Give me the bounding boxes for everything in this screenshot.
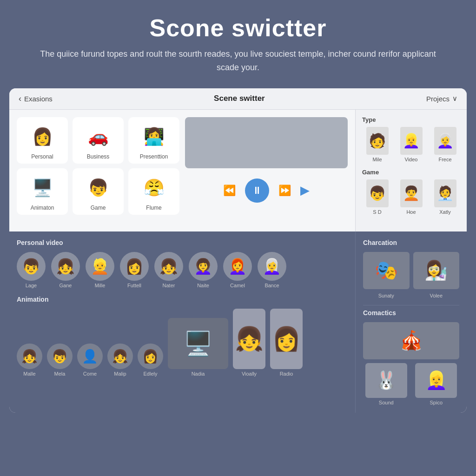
animation-icon: 🖥️ [28,174,56,202]
business-label: Business [87,153,110,160]
animation-title: Animation [17,296,348,303]
bance-icon: 👩‍🦳 [258,252,286,281]
sound-icon: 🐰 [365,363,407,398]
char-bance[interactable]: 👩‍🦳 Bance [258,252,286,288]
anim-nadia[interactable]: 🖥️ Nadia [168,318,228,377]
pause-button[interactable]: ⏸ [245,178,269,203]
char-lage[interactable]: 👦 Lage [17,252,46,288]
sd-icon: 👦 [366,179,389,207]
video-icon: 👱‍♀️ [400,127,423,155]
volee-label: Volee [430,293,443,298]
scene-card-game[interactable]: 👦 Game [73,168,124,215]
anim-mela[interactable]: 👦 Mela [47,344,73,377]
type-item-frece[interactable]: 👩‍🦳 Frece [430,127,460,162]
comactics-section: Comactics 🎪 🐰 Sound 👱‍♀️ Spico [363,309,459,405]
top-bar: ‹ Exasions Scene switter Projecs ∨ [9,88,467,110]
preview-area [185,117,348,168]
comactics-spico[interactable]: 👱‍♀️ Spico [413,363,460,405]
futtell-icon: 👩 [120,252,149,281]
page-title: Scone swictter [28,14,448,42]
game-title: Game [362,169,460,176]
type-item-video[interactable]: 👱‍♀️ Video [396,127,426,162]
back-button[interactable]: ‹ Exasions [19,94,53,104]
charcation-row: 🎭 Sunaty 👩‍🔬 Volee [363,252,459,298]
animation-label: Animaton [31,205,54,211]
rewind-button[interactable]: ⏪ [223,185,236,197]
game-item-sd[interactable]: 👦 S D [362,179,392,215]
spico-icon: 👱‍♀️ [415,363,457,398]
char-mille[interactable]: 👱 Mille [86,252,114,288]
comactics-sound[interactable]: 🐰 Sound [363,363,410,405]
scene-card-business[interactable]: 🚗 Business [73,117,124,164]
char-camel[interactable]: 👩‍🦰 Camel [223,252,252,288]
page-header: Scone swictter The quiice furund topes a… [0,0,476,84]
frece-icon: 👩‍🦳 [434,127,456,155]
personal-video-chars: 👦 Lage 👧 Gane 👱 Mille 👩 Futtell [17,252,348,288]
fast-forward-button[interactable]: ⏩ [278,185,291,197]
mile-icon: 🧑 [366,127,389,155]
char-gane[interactable]: 👧 Gane [51,252,80,288]
frece-label: Frece [438,157,451,162]
scene-card-flume[interactable]: 😤 Flume [128,168,179,215]
chevron-down-icon: ∨ [452,94,457,103]
edlely-name: Edlely [144,371,158,377]
scene-card-personal[interactable]: 👩 Personal [17,117,68,164]
futtell-name: Futtell [127,283,141,288]
anim-edlely[interactable]: 👩 Edlely [138,344,163,377]
scene-card-presentation[interactable]: 👩‍💻 Presenttion [128,117,179,164]
sd-label: S D [373,209,381,215]
page-subtitle: The quiice furund topes and roult the so… [28,47,448,74]
lage-icon: 👦 [17,252,46,281]
nater-icon: 👧 [154,252,183,281]
game-item-xatly[interactable]: 🧑‍💼 Xatly [430,179,460,215]
personal-video-title: Personal video [17,239,348,246]
anim-come[interactable]: 👤 Come [77,344,103,377]
anim-radio[interactable]: 👩 Radio [270,309,303,377]
charcation-volee[interactable]: 👩‍🔬 Volee [413,252,460,298]
anim-vioally[interactable]: 👧 Vioally [233,309,265,377]
divider [363,305,459,305]
type-section: Type 🧑 Mile 👱‍♀️ Video 👩‍🦳 Frece [362,116,460,162]
play-button[interactable]: ▶ [300,183,310,198]
xatly-icon: 🧑‍💼 [434,179,456,207]
bottom-right: Charcation 🎭 Sunaty 👩‍🔬 Volee Comactics [355,231,467,413]
anim-malle[interactable]: 👧 Malle [17,344,42,377]
media-controls: ⏪ ⏸ ⏩ ▶ [185,175,348,205]
bottom-area: Personal video 👦 Lage 👧 Gane 👱 Mille [9,231,467,413]
animation-section: Animation 👧 Malle 👦 Mela 👤 Come [17,296,348,377]
charcation-section: Charcation 🎭 Sunaty 👩‍🔬 Volee [363,239,459,298]
volee-icon: 👩‍🔬 [413,252,460,289]
charcation-sunaty[interactable]: 🎭 Sunaty [363,252,410,298]
flume-icon: 😤 [140,174,168,202]
char-naite[interactable]: 👩‍🦱 Naite [189,252,218,288]
projects-button[interactable]: Projecs ∨ [426,94,457,103]
scene-grid: 👩 Personal 🚗 Business 👩‍💻 Presenttion [17,117,179,215]
come-icon: 👤 [77,344,103,369]
mille-icon: 👱 [86,252,114,281]
malip-name: Malip [114,371,126,377]
personal-video-section: Personal video 👦 Lage 👧 Gane 👱 Mille [17,239,348,288]
back-label: Exasions [24,95,53,103]
bance-name: Bance [264,283,279,288]
anim-malip[interactable]: 👧 Malip [107,344,133,377]
comactics-chars: 🐰 Sound 👱‍♀️ Spico [363,363,459,405]
gane-name: Gane [60,283,72,288]
back-arrow-icon: ‹ [19,94,21,104]
type-title: Type [362,116,460,123]
type-item-mile[interactable]: 🧑 Mile [362,127,392,162]
gane-icon: 👧 [51,252,80,281]
game-item-hoe[interactable]: 🧑‍🦱 Hoe [396,179,426,215]
radio-icon: 👩 [270,309,303,369]
presentation-icon: 👩‍💻 [140,123,168,151]
right-panel: Type 🧑 Mile 👱‍♀️ Video 👩‍🦳 Frece [355,110,467,231]
personal-label: Personal [31,153,53,160]
business-icon: 🚗 [84,123,112,151]
camel-icon: 👩‍🦰 [223,252,252,281]
type-grid: 🧑 Mile 👱‍♀️ Video 👩‍🦳 Frece [362,127,460,162]
char-nater[interactable]: 👧 Nater [154,252,183,288]
game-grid: 👦 S D 🧑‍🦱 Hoe 🧑‍💼 Xatly [362,179,460,215]
scene-card-animation[interactable]: 🖥️ Animaton [17,168,68,215]
personal-icon: 👩 [28,123,56,151]
mela-icon: 👦 [47,344,73,369]
char-futtell[interactable]: 👩 Futtell [120,252,149,288]
